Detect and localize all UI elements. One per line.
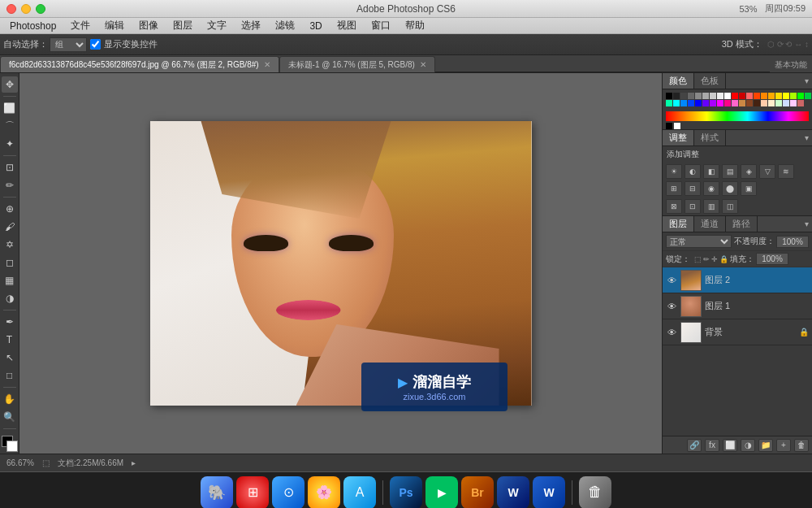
fullscreen-button[interactable] <box>36 4 45 14</box>
blend-mode-select[interactable]: 正常 溶解 正片叠底 <box>666 235 732 248</box>
layer-2-visibility[interactable]: 👁 <box>666 275 677 286</box>
swatch-lightgreen[interactable] <box>775 100 782 106</box>
swatch-blue[interactable] <box>688 100 694 106</box>
layer-1-visibility[interactable]: 👁 <box>666 301 677 312</box>
move-tool[interactable]: ✥ <box>2 76 18 93</box>
swatch-amber[interactable] <box>768 93 775 99</box>
pen-tool[interactable]: ✒ <box>2 314 18 330</box>
color-tab[interactable]: 颜色 <box>663 73 694 89</box>
layers-tab[interactable]: 图层 <box>663 216 694 232</box>
layer-bg-visibility[interactable]: 👁 <box>666 327 677 338</box>
swatch-green[interactable] <box>797 93 804 99</box>
minimize-button[interactable] <box>21 4 31 14</box>
dock-safari[interactable]: ⊙ <box>272 476 304 509</box>
adj-colorlookup[interactable]: ⬤ <box>722 181 738 196</box>
color-spectrum-bar[interactable] <box>666 111 809 121</box>
adj-curves[interactable]: ◧ <box>703 164 719 179</box>
adj-bw[interactable]: ⊞ <box>666 181 682 196</box>
eyedropper-tool[interactable]: ✏ <box>2 177 18 193</box>
swatch-darkgray1[interactable] <box>673 93 680 99</box>
menu-filter[interactable]: 滤镜 <box>269 18 301 33</box>
menu-select[interactable]: 选择 <box>235 18 267 33</box>
layer-row-2[interactable]: 👁 图层 2 <box>663 267 812 293</box>
adj-photofilter[interactable]: ⊟ <box>685 181 701 196</box>
adj-gradient-map[interactable]: ▥ <box>703 199 719 214</box>
opacity-input[interactable] <box>776 236 809 248</box>
menu-3d[interactable]: 3D <box>303 20 328 33</box>
swatch-orange[interactable] <box>761 93 767 99</box>
new-group-btn[interactable]: 📁 <box>758 439 773 452</box>
path-select-tool[interactable]: ↖ <box>2 350 18 366</box>
swatch-lavender[interactable] <box>790 100 797 106</box>
channels-tab[interactable]: 通道 <box>694 216 726 232</box>
swatch-darkred[interactable] <box>739 93 745 99</box>
swatch-white[interactable] <box>724 93 731 99</box>
swatch-azure[interactable] <box>680 100 687 106</box>
lock-image[interactable]: ✏ <box>703 255 710 263</box>
swatch-yellowgreen[interactable] <box>790 93 797 99</box>
swatch-lightred[interactable] <box>746 93 753 99</box>
adj-channelmixer[interactable]: ◉ <box>703 181 719 196</box>
swatch-yellow[interactable] <box>775 93 782 99</box>
healing-tool[interactable]: ⊕ <box>2 201 18 217</box>
fill-input[interactable] <box>756 253 788 265</box>
swatch-cream[interactable] <box>768 100 775 106</box>
adj-vibrance[interactable]: ◈ <box>741 164 757 179</box>
dock-photos[interactable]: 🌸 <box>308 476 340 509</box>
bg-color-swatch[interactable] <box>674 123 680 129</box>
tab-file1-close[interactable]: ✕ <box>264 60 270 69</box>
eraser-tool[interactable]: ◻ <box>2 254 18 271</box>
menu-file[interactable]: 文件 <box>64 18 97 33</box>
swatch-darkgray2[interactable] <box>680 93 687 99</box>
adj-panel-collapse[interactable]: ▾ <box>801 133 812 142</box>
tab-file1[interactable]: f6cd82d63313876d8c45e536f28f697d.jpg @ 6… <box>0 56 279 72</box>
menu-view[interactable]: 视图 <box>330 18 363 33</box>
menu-edit[interactable]: 编辑 <box>98 18 131 33</box>
dock-ps[interactable]: Ps <box>390 476 422 509</box>
swatch-verydarkbrown[interactable] <box>754 100 760 106</box>
dock-iqiyi[interactable]: ▶ <box>425 476 458 509</box>
hand-tool[interactable]: ✋ <box>2 391 18 407</box>
menu-help[interactable]: 帮助 <box>399 18 431 33</box>
swatch-purple[interactable] <box>710 100 716 106</box>
adj-hue[interactable]: ▽ <box>759 164 775 179</box>
swatch-violet[interactable] <box>702 100 709 106</box>
magic-wand-tool[interactable]: ✦ <box>2 136 18 152</box>
gradient-tool[interactable]: ▦ <box>2 272 18 289</box>
select-rect-tool[interactable]: ⬜ <box>2 100 18 116</box>
adj-selective-color[interactable]: ◫ <box>722 199 738 214</box>
swatch-midgray[interactable] <box>695 93 702 99</box>
dodge-tool[interactable]: ◑ <box>2 290 18 306</box>
show-transform-checkbox[interactable] <box>90 39 101 50</box>
layers-panel-options[interactable]: ▾ <box>801 219 812 228</box>
swatch-brightyellow[interactable] <box>783 93 789 99</box>
dock-trash[interactable]: 🗑 <box>579 476 611 509</box>
swatch-gray[interactable] <box>688 93 694 99</box>
add-mask-btn[interactable]: ⬜ <box>723 439 737 452</box>
clone-tool[interactable]: ✡ <box>2 237 18 253</box>
menu-layer[interactable]: 图层 <box>166 18 199 33</box>
adjustments-tab[interactable]: 调整 <box>663 130 694 145</box>
swatch-brown[interactable] <box>739 100 745 106</box>
styles-tab[interactable]: 样式 <box>694 130 726 145</box>
swatch-rose[interactable] <box>724 100 731 106</box>
menu-type[interactable]: 文字 <box>201 18 233 33</box>
swatch-peach[interactable] <box>761 100 767 106</box>
foreground-background-colors[interactable] <box>2 436 18 452</box>
type-tool[interactable]: T <box>2 332 18 348</box>
auto-select-dropdown[interactable]: 组 图层 <box>50 37 87 52</box>
panel-collapse-arrow[interactable]: ▾ <box>801 76 812 85</box>
delete-layer-btn[interactable]: 🗑 <box>794 439 809 452</box>
swatch-muted-red[interactable] <box>797 100 804 106</box>
dock-launchpad[interactable]: ⊞ <box>236 476 269 509</box>
lock-position[interactable]: ✛ <box>711 255 718 263</box>
layer-row-1[interactable]: 👁 图层 1 <box>663 293 812 319</box>
menu-image[interactable]: 图像 <box>132 18 165 33</box>
fg-color-swatch[interactable] <box>666 123 672 129</box>
dock-word2[interactable]: W <box>497 476 529 509</box>
lock-all[interactable]: 🔒 <box>719 255 728 263</box>
adjustment-layer-btn[interactable]: ◑ <box>741 439 755 452</box>
swatch-cyan[interactable] <box>673 100 680 106</box>
dock-word[interactable]: W <box>533 476 565 509</box>
swatch-pink[interactable] <box>732 100 738 106</box>
